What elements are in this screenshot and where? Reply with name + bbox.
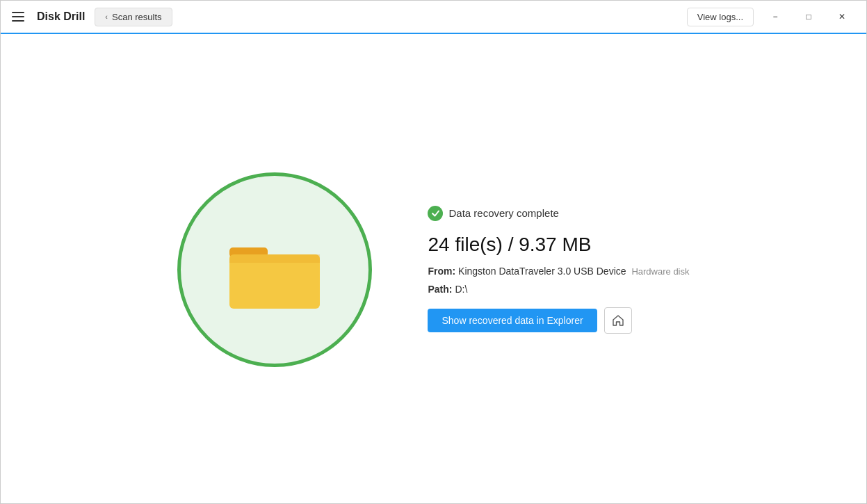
hamburger-menu-icon[interactable]: [9, 9, 27, 24]
info-panel: Data recovery complete 24 file(s) / 9.37…: [428, 206, 689, 334]
chevron-left-icon: ‹: [105, 13, 108, 21]
show-explorer-button[interactable]: Show recovered data in Explorer: [428, 309, 597, 332]
folder-icon: [222, 228, 327, 311]
recovery-stats: 24 file(s) / 9.37 MB: [428, 234, 689, 256]
main-content: Data recovery complete 24 file(s) / 9.37…: [1, 34, 866, 504]
minimize-button[interactable]: −: [759, 6, 791, 28]
view-logs-label: View logs...: [697, 12, 743, 22]
svg-rect-2: [229, 254, 320, 263]
maximize-icon: □: [806, 12, 811, 22]
status-text: Data recovery complete: [448, 207, 558, 219]
minimize-icon: −: [772, 12, 777, 22]
title-bar-right: View logs... − □ ✕: [687, 6, 858, 28]
view-logs-button[interactable]: View logs...: [687, 8, 754, 26]
status-row: Data recovery complete: [428, 206, 689, 221]
check-icon: [428, 206, 443, 221]
title-bar: Disk Drill ‹ Scan results View logs... −…: [1, 1, 866, 34]
close-icon: ✕: [838, 12, 845, 22]
folder-illustration: [177, 172, 372, 367]
maximize-button[interactable]: □: [793, 6, 825, 28]
from-value: Kingston DataTraveler 3.0 USB Device: [458, 266, 626, 277]
hardware-label: Hardware disk: [631, 266, 689, 277]
home-icon: [612, 314, 624, 327]
home-button[interactable]: [604, 307, 632, 334]
from-row: From: Kingston DataTraveler 3.0 USB Devi…: [428, 266, 689, 277]
from-label: From:: [428, 266, 455, 277]
scan-results-button[interactable]: ‹ Scan results: [95, 8, 172, 26]
window-controls: − □ ✕: [759, 6, 858, 28]
app-title: Disk Drill: [37, 10, 85, 23]
circle-decoration: [177, 172, 372, 367]
path-row: Path: D:\: [428, 284, 689, 295]
title-bar-left: Disk Drill ‹ Scan results: [9, 8, 172, 26]
show-explorer-label: Show recovered data in Explorer: [441, 315, 583, 326]
close-button[interactable]: ✕: [826, 6, 858, 28]
action-row: Show recovered data in Explorer: [428, 307, 689, 334]
path-value: D:\: [455, 284, 467, 295]
path-label: Path:: [428, 284, 452, 295]
scan-results-label: Scan results: [112, 12, 162, 22]
